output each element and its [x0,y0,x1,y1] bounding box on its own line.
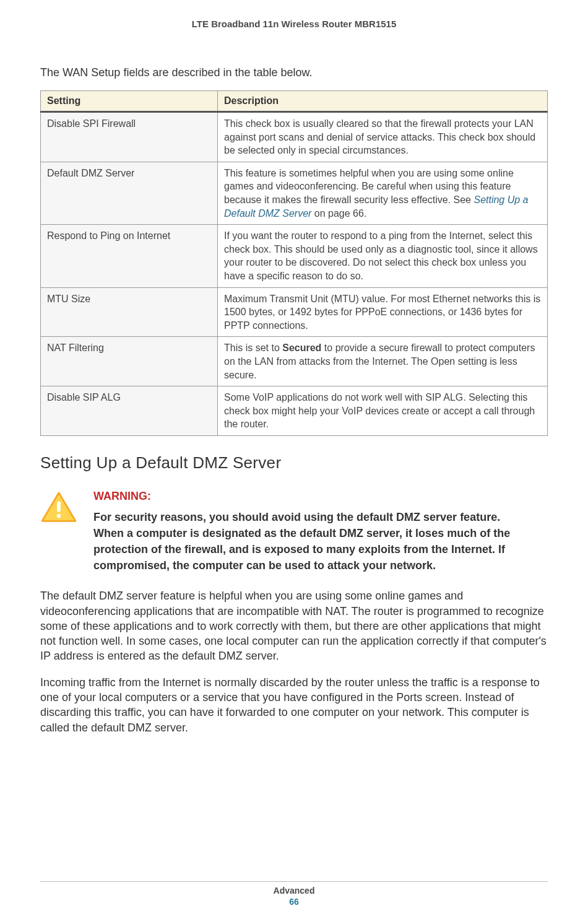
setting-cell: Default DMZ Server [41,162,218,224]
table-row: NAT Filtering This is set to Secured to … [41,337,548,386]
table-row: Default DMZ Server This feature is somet… [41,162,548,224]
warning-label: WARNING: [93,490,548,503]
wan-setup-table: Setting Description Disable SPI Firewall… [40,90,548,436]
document-header: LTE Broadband 11n Wireless Router MBR151… [40,19,548,29]
footer-divider [40,881,548,882]
description-cell: This is set to Secured to provide a secu… [218,337,548,386]
svg-rect-0 [57,502,61,512]
description-cell: Some VoIP applications do not work well … [218,386,548,436]
description-cell: This check box is usually cleared so tha… [218,112,548,162]
desc-text: This feature is sometimes helpful when y… [224,168,514,205]
table-header-setting: Setting [41,91,218,112]
desc-text: on page 66. [311,208,366,219]
warning-triangle-icon [40,491,77,526]
svg-point-1 [57,514,61,518]
setting-cell: MTU Size [41,287,218,337]
table-row: Disable SIP ALG Some VoIP applications d… [41,386,548,436]
bold-term: Secured [282,342,321,353]
warning-body: For security reasons, you should avoid u… [93,509,548,573]
table-row: Disable SPI Firewall This check box is u… [41,112,548,162]
page-footer: Advanced 66 [0,881,588,907]
intro-paragraph: The WAN Setup fields are described in th… [40,66,548,79]
desc-text: This is set to [224,342,282,353]
section-heading: Setting Up a Default DMZ Server [40,453,548,473]
body-paragraph: The default DMZ server feature is helpfu… [40,588,548,663]
setting-cell: Disable SPI Firewall [41,112,218,162]
setting-cell: NAT Filtering [41,337,218,386]
table-row: MTU Size Maximum Transmit Unit (MTU) val… [41,287,548,337]
footer-section-label: Advanced [0,886,588,896]
table-header-description: Description [218,91,548,112]
description-cell: This feature is sometimes helpful when y… [218,162,548,224]
table-row: Respond to Ping on Internet If you want … [41,225,548,287]
body-paragraph: Incoming traffic from the Internet is no… [40,675,548,735]
description-cell: If you want the router to respond to a p… [218,225,548,287]
setting-cell: Disable SIP ALG [41,386,218,436]
setting-cell: Respond to Ping on Internet [41,225,218,287]
warning-block: WARNING: For security reasons, you shoul… [40,490,548,573]
description-cell: Maximum Transmit Unit (MTU) value. For m… [218,287,548,337]
footer-page-number: 66 [0,897,588,907]
